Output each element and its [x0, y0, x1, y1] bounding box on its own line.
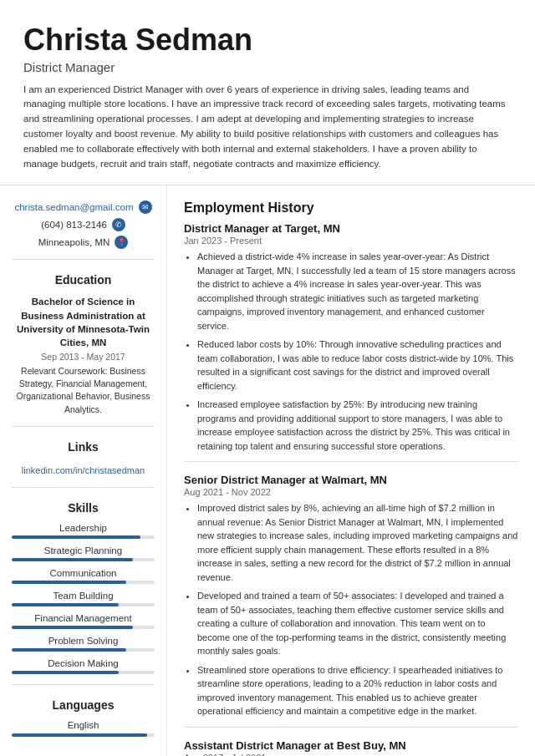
linkedin-link[interactable]: linkedin.com/in/christasedman [22, 465, 145, 475]
job-bullets: Achieved a district-wide 4% increase in … [184, 250, 518, 453]
education-title: Education [12, 273, 155, 287]
left-column: christa.sedman@gmail.com ✉ (604) 813-214… [0, 185, 167, 756]
header-section: Christa Sedman District Manager I am an … [0, 0, 535, 185]
coursework-label: Relevant Coursework: [21, 366, 107, 376]
phone-icon: ✆ [112, 218, 125, 231]
phone-contact: (604) 813-2146 ✆ [12, 218, 155, 231]
email-icon: ✉ [139, 200, 152, 214]
divider-4 [12, 684, 155, 685]
education-degree: Bachelor of Science in Business Administ… [12, 295, 155, 348]
candidate-summary: I am an experienced District Manager wit… [23, 83, 512, 172]
job-bullet: Streamlined store operations to drive ef… [197, 663, 518, 718]
skill-bar-bg [12, 558, 155, 561]
skill-bar-fill [12, 535, 140, 539]
candidate-title: District Manager [23, 60, 512, 74]
location-icon: 📍 [115, 236, 128, 249]
skill-item: Leadership [12, 523, 155, 539]
job-bullet: Increased employee satisfaction by 25%: … [197, 398, 518, 453]
languages-list: English [12, 720, 155, 737]
job-bullets: Improved district sales by 8%, achieving… [184, 501, 518, 718]
skill-bar-bg [12, 603, 155, 606]
divider-3 [12, 487, 155, 488]
skill-item: Problem Solving [12, 636, 155, 652]
links-block: linkedin.com/in/christasedman [12, 462, 155, 477]
job-block: District Manager at Target, MN Jan 2023 … [184, 222, 518, 462]
skill-label: Strategic Planning [12, 545, 155, 556]
jobs-list: District Manager at Target, MN Jan 2023 … [184, 222, 518, 756]
skill-bar-bg [12, 581, 155, 584]
location-contact: Minneapolis, MN 📍 [12, 236, 155, 249]
languages-title: Languages [12, 698, 155, 712]
skill-bar-bg [12, 535, 155, 539]
language-label: English [12, 720, 155, 730]
job-date: Jan 2023 - Present [184, 236, 518, 246]
phone-number: (604) 813-2146 [41, 220, 107, 230]
divider-1 [12, 259, 155, 260]
job-title-line: District Manager at Target, MN [184, 222, 518, 235]
divider-2 [12, 426, 155, 427]
job-title-line: Senior District Manager at Walmart, MN [184, 474, 518, 486]
skill-bar-fill [12, 558, 133, 561]
job-title-line: Assistant District Manager at Best Buy, … [184, 739, 518, 752]
job-block: Senior District Manager at Walmart, MN A… [184, 474, 518, 728]
skill-label: Leadership [12, 523, 155, 533]
skill-item: Team Building [12, 591, 155, 606]
job-bullet: Achieved a district-wide 4% increase in … [197, 250, 518, 332]
skill-item: Strategic Planning [12, 545, 155, 561]
skill-bar-fill [12, 626, 133, 629]
skills-list: Leadership Strategic Planning Communicat… [12, 523, 155, 674]
skill-label: Communication [12, 568, 155, 578]
skill-label: Problem Solving [12, 636, 155, 646]
education-coursework: Relevant Coursework: Business Strategy, … [12, 365, 155, 416]
links-title: Links [12, 440, 155, 454]
skill-bar-bg [12, 671, 155, 674]
candidate-name: Christa Sedman [23, 23, 512, 57]
language-item: English [12, 720, 155, 737]
right-divider [184, 461, 518, 462]
job-block: Assistant District Manager at Best Buy, … [184, 739, 518, 756]
skill-label: Financial Management [12, 613, 155, 623]
job-bullet: Improved district sales by 8%, achieving… [197, 501, 518, 584]
skill-bar-bg [12, 626, 155, 629]
education-date: Sep 2013 - May 2017 [12, 352, 155, 362]
job-bullet: Developed and trained a team of 50+ asso… [197, 589, 518, 658]
skill-item: Decision Making [12, 658, 155, 674]
skill-item: Communication [12, 568, 155, 584]
skill-bar-fill [12, 581, 126, 584]
job-date: Aug 2017 - Jul 2021 [184, 753, 518, 756]
job-bullet: Reduced labor costs by 10%: Through inno… [197, 337, 518, 393]
skill-item: Financial Management [12, 613, 155, 629]
skill-bar-fill [12, 671, 119, 674]
job-date: Aug 2021 - Nov 2022 [184, 487, 518, 497]
skill-bar-bg [12, 648, 155, 652]
language-bar-bg [12, 733, 155, 737]
location-text: Minneapolis, MN [38, 237, 110, 247]
right-divider [184, 727, 518, 728]
email-contact: christa.sedman@gmail.com ✉ [12, 200, 155, 214]
skill-bar-fill [12, 603, 119, 606]
education-block: Bachelor of Science in Business Administ… [12, 295, 155, 415]
email-link[interactable]: christa.sedman@gmail.com [14, 202, 133, 212]
employment-title: Employment History [184, 200, 518, 216]
language-bar-fill [12, 733, 147, 737]
body-section: christa.sedman@gmail.com ✉ (604) 813-214… [0, 185, 535, 756]
resume-container: Christa Sedman District Manager I am an … [0, 0, 535, 756]
skill-label: Team Building [12, 591, 155, 601]
skill-bar-fill [12, 648, 126, 652]
skill-label: Decision Making [12, 658, 155, 668]
skills-title: Skills [12, 501, 155, 515]
right-column: Employment History District Manager at T… [167, 185, 535, 756]
